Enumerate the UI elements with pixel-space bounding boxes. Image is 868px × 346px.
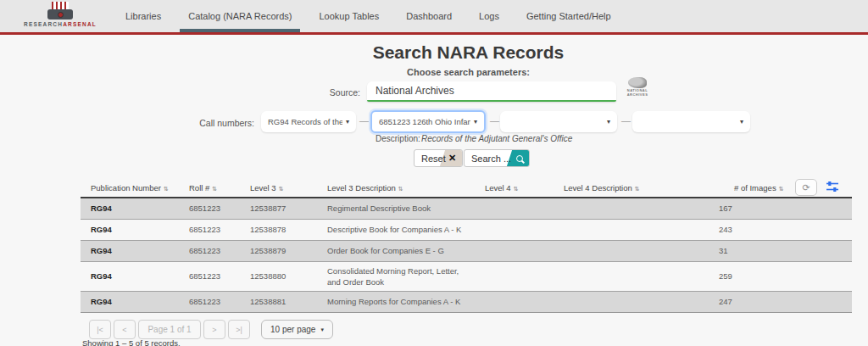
reset-button[interactable]: Reset ✕ bbox=[414, 149, 463, 167]
table-cell: 12538879 bbox=[242, 240, 320, 261]
table-cell bbox=[795, 261, 852, 291]
nav-item-lookup-tables[interactable]: Lookup Tables bbox=[319, 11, 379, 21]
col-header-level4[interactable]: Level 4⇅ bbox=[473, 178, 547, 198]
pagination-last-button[interactable]: >| bbox=[228, 320, 250, 339]
table-cell bbox=[547, 240, 676, 261]
sort-icon[interactable]: ⇅ bbox=[279, 186, 284, 192]
table-cell: 12538881 bbox=[242, 291, 320, 312]
table-cell: 12538880 bbox=[242, 261, 320, 291]
select-value: 6851223 126th Ohio Infantry bbox=[379, 117, 470, 126]
table-row: RG94 6851223 12538878 Descriptive Book f… bbox=[81, 219, 852, 240]
main-nav: Libraries Catalog (NARA Records) Lookup … bbox=[125, 0, 611, 32]
table-cell: 6851223 bbox=[165, 240, 242, 261]
table-cell: Order Book for Companies E - G bbox=[320, 240, 473, 261]
table-cell: 259 bbox=[676, 261, 795, 291]
nav-item-getting-started-help[interactable]: Getting Started/Help bbox=[526, 11, 611, 21]
col-header-publication-number[interactable]: Publication Number⇅ bbox=[81, 178, 165, 198]
call-number-select-1[interactable]: RG94 Records of the Adjutant G... ▾ bbox=[261, 111, 356, 132]
table-cell: RG94 bbox=[81, 240, 165, 261]
table-cell bbox=[547, 261, 676, 291]
dash-separator: — bbox=[490, 115, 499, 126]
caret-down-icon: ▾ bbox=[346, 118, 349, 126]
table-cell: 31 bbox=[676, 240, 795, 261]
filter-sliders-icon[interactable] bbox=[826, 181, 838, 194]
col-header-level3-description[interactable]: Level 3 Description⇅ bbox=[320, 178, 473, 198]
nav-item-dashboard[interactable]: Dashboard bbox=[406, 11, 452, 21]
sort-icon[interactable]: ⇅ bbox=[212, 186, 217, 192]
sort-icon[interactable]: ⇅ bbox=[514, 186, 519, 192]
page: Libraries Catalog (NARA Records) Lookup … bbox=[0, 0, 868, 346]
caret-down-icon: ▾ bbox=[607, 118, 610, 126]
close-icon: ✕ bbox=[448, 153, 456, 164]
brand-name: RESEARCHARSENAL bbox=[22, 21, 98, 27]
page-title: Search NARA Records bbox=[68, 42, 868, 63]
table-cell bbox=[547, 291, 676, 312]
sort-icon[interactable]: ⇅ bbox=[779, 186, 784, 192]
table-cell bbox=[795, 219, 852, 240]
dash-separator: — bbox=[621, 115, 631, 126]
pagination-first-button[interactable]: |< bbox=[89, 320, 111, 339]
pagination: |< < Page 1 of 1 > >| 10 per page ▾ bbox=[89, 320, 333, 339]
nav-item-logs[interactable]: Logs bbox=[479, 11, 499, 21]
table-cell bbox=[473, 219, 547, 240]
table-row: RG94 6851223 12538879 Order Book for Com… bbox=[81, 240, 852, 261]
table-cell bbox=[473, 198, 547, 219]
caret-down-icon: ▾ bbox=[320, 326, 324, 333]
table-cell bbox=[547, 198, 676, 219]
research-arsenal-logo[interactable]: RESEARCHARSENAL bbox=[22, 2, 98, 27]
refresh-button[interactable]: ⟳ bbox=[795, 179, 817, 196]
call-numbers-label: Call numbers: bbox=[182, 118, 254, 128]
per-page-select[interactable]: 10 per page ▾ bbox=[261, 320, 333, 339]
pagination-next-button[interactable]: > bbox=[203, 320, 225, 339]
pagination-prev-button[interactable]: < bbox=[114, 320, 136, 339]
table-cell bbox=[473, 240, 547, 261]
col-header-level4-description[interactable]: Level 4 Description⇅ bbox=[547, 178, 676, 198]
table-cell: 12538877 bbox=[242, 198, 320, 219]
select-value: RG94 Records of the Adjutant G... bbox=[268, 117, 342, 126]
header-divider bbox=[0, 32, 868, 35]
table-cell bbox=[795, 291, 852, 312]
table-cell bbox=[473, 261, 547, 291]
sort-icon[interactable]: ⇅ bbox=[398, 186, 403, 192]
table-cell bbox=[547, 219, 676, 240]
table-row: RG94 6851223 12538880 Consolidated Morni… bbox=[81, 261, 852, 291]
call-number-select-2[interactable]: 6851223 126th Ohio Infantry ▾ bbox=[370, 110, 486, 133]
records-summary: Showing 1 – 5 of 5 records. bbox=[82, 338, 181, 346]
national-archives-logo: NATIONAL ARCHIVES bbox=[624, 77, 651, 97]
table-cell: RG94 bbox=[81, 198, 165, 219]
call-number-select-3[interactable]: ▾ bbox=[500, 111, 617, 132]
source-input[interactable] bbox=[367, 81, 616, 102]
sort-icon[interactable]: ⇅ bbox=[635, 186, 640, 192]
table-cell: Morning Reports for Companies A - K bbox=[320, 291, 473, 312]
table-cell: 6851223 bbox=[165, 198, 242, 219]
table-cell: 6851223 bbox=[165, 219, 242, 240]
camera-logo-icon bbox=[46, 2, 75, 20]
table-cell: RG94 bbox=[81, 261, 165, 291]
table-row: RG94 6851223 12538881 Morning Reports fo… bbox=[81, 291, 852, 312]
table-cell: Descriptive Book for Companies A - K bbox=[320, 219, 473, 240]
table-cell: 167 bbox=[676, 198, 795, 219]
table-cell: 243 bbox=[676, 219, 795, 240]
table-cell: RG94 bbox=[81, 219, 165, 240]
table-cell: RG94 bbox=[81, 291, 165, 312]
pagination-page-indicator: Page 1 of 1 bbox=[138, 320, 201, 339]
nav-item-catalog-nara-records[interactable]: Catalog (NARA Records) bbox=[188, 11, 292, 21]
col-header-num-images[interactable]: # of Images⇅ bbox=[676, 178, 795, 198]
table-row: RG94 6851223 12538877 Regimental Descrip… bbox=[81, 198, 852, 219]
table-cell bbox=[473, 291, 547, 312]
description-label: Description: bbox=[376, 134, 420, 143]
nav-item-libraries[interactable]: Libraries bbox=[125, 11, 161, 21]
search-button[interactable]: Search ... bbox=[464, 149, 530, 167]
sort-icon[interactable]: ⇅ bbox=[164, 186, 169, 192]
col-header-roll[interactable]: Roll #⇅ bbox=[165, 178, 242, 198]
col-header-level3[interactable]: Level 3⇅ bbox=[242, 178, 320, 198]
table-cell bbox=[795, 198, 852, 219]
table-cell: 6851223 bbox=[165, 291, 242, 312]
call-number-select-4[interactable]: ▾ bbox=[632, 111, 750, 132]
search-icon bbox=[516, 155, 523, 162]
national-archives-eagle-icon bbox=[628, 77, 647, 88]
caret-down-icon: ▾ bbox=[740, 118, 743, 126]
dash-separator: — bbox=[359, 115, 369, 126]
table-tools: ⟳ bbox=[795, 178, 852, 198]
source-label: Source: bbox=[288, 87, 360, 98]
